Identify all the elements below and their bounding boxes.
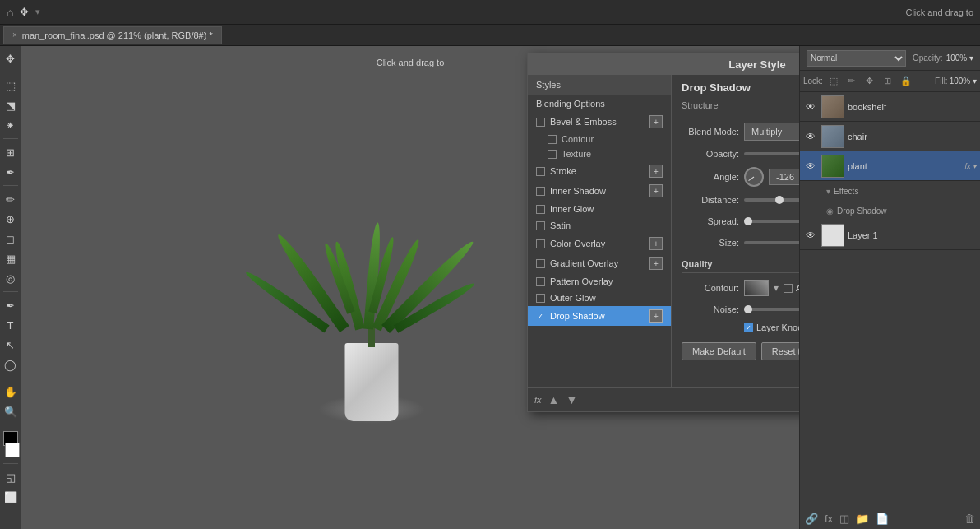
layer-item-layer1[interactable]: 👁 Layer 1 <box>800 220 980 250</box>
layer-knocks-label[interactable]: Layer Knocks Out Drop Shadow <box>744 323 799 332</box>
hand-tool-btn[interactable]: ✋ <box>2 383 20 401</box>
zoom-tool-btn[interactable]: 🔍 <box>2 402 20 420</box>
drop-shadow-add-btn[interactable]: + <box>649 309 663 323</box>
satin-checkbox[interactable] <box>536 221 545 230</box>
inner-shadow-add-btn[interactable]: + <box>649 184 663 197</box>
stroke-checkbox[interactable] <box>536 167 545 176</box>
lock-artboard-icon[interactable]: ⊞ <box>881 74 895 89</box>
marquee-tool-btn[interactable]: ⬚ <box>2 77 20 95</box>
noise-slider-thumb[interactable] <box>744 305 752 313</box>
distance-slider[interactable] <box>744 198 799 202</box>
chair-visibility-icon[interactable]: 👁 <box>803 129 818 144</box>
lock-image-icon[interactable]: ✏ <box>844 74 859 89</box>
delete-layer-icon[interactable]: 🗑 <box>964 513 975 525</box>
link-icon[interactable]: 🔗 <box>805 513 818 525</box>
reset-default-btn[interactable]: Reset to Default <box>761 342 799 360</box>
bevel-add-btn[interactable]: + <box>649 115 663 128</box>
clone-stamp-btn[interactable]: ⊕ <box>2 210 20 228</box>
contour-arrow[interactable]: ▾ <box>774 282 779 294</box>
spread-slider-thumb[interactable] <box>744 217 752 225</box>
stroke-add-btn[interactable]: + <box>649 165 663 178</box>
screen-mode-btn[interactable]: ⬜ <box>2 488 20 506</box>
path-select-btn[interactable]: ↖ <box>2 336 20 354</box>
type-tool-btn[interactable]: T <box>2 316 20 334</box>
move-up-icon[interactable]: ▲ <box>548 393 560 406</box>
shape-tool-btn[interactable]: ◯ <box>2 355 20 374</box>
outer-glow-item[interactable]: Outer Glow <box>528 290 671 306</box>
new-layer-icon[interactable]: 📄 <box>876 513 889 525</box>
satin-item[interactable]: Satin <box>528 217 671 234</box>
inner-glow-checkbox[interactable] <box>536 205 545 214</box>
eyedropper-btn[interactable]: ✒ <box>2 163 20 181</box>
noise-slider[interactable] <box>744 308 799 311</box>
effects-item[interactable]: ▾ Effects <box>823 181 980 201</box>
layer-item-bookshelf[interactable]: 👁 bookshelf <box>800 92 980 122</box>
canvas-plant-container <box>281 140 462 436</box>
move-tool-btn[interactable]: ✥ <box>2 49 20 67</box>
contour-checkbox[interactable] <box>548 135 557 144</box>
layer1-visibility-icon[interactable]: 👁 <box>803 228 818 243</box>
move-down-icon[interactable]: ▼ <box>566 393 577 406</box>
outer-glow-checkbox[interactable] <box>536 294 545 303</box>
move-tool-icon[interactable]: ✥ <box>20 6 29 18</box>
document-tab[interactable]: × man_room_final.psd @ 211% (plant, RGB/… <box>3 26 222 44</box>
angle-input[interactable] <box>769 169 799 185</box>
lock-position-icon[interactable]: ✥ <box>862 74 877 89</box>
bookshelf-visibility-icon[interactable]: 👁 <box>803 100 818 114</box>
color-overlay-add-btn[interactable]: + <box>649 237 663 250</box>
layer-blend-mode-select[interactable]: Normal Multiply Screen <box>807 50 906 67</box>
plant-visibility-icon[interactable]: 👁 <box>803 159 818 174</box>
brush-tool-btn[interactable]: ✏ <box>2 190 20 208</box>
anti-aliased-label[interactable]: Anti-aliased <box>784 283 799 293</box>
gradient-tool-btn[interactable]: ▦ <box>2 249 20 267</box>
texture-checkbox[interactable] <box>548 150 557 159</box>
add-mask-icon[interactable]: ◫ <box>839 513 849 525</box>
magic-wand-btn[interactable]: ⁕ <box>2 116 20 134</box>
opacity-slider[interactable] <box>744 152 799 155</box>
contour-item[interactable]: Contour <box>528 132 671 146</box>
opacity-row: Opacity: 100% ▾ <box>913 53 973 63</box>
gradient-overlay-checkbox[interactable] <box>536 259 545 268</box>
lock-transparent-icon[interactable]: ⬚ <box>826 74 841 89</box>
gradient-overlay-item[interactable]: Gradient Overlay + <box>528 253 671 273</box>
anti-aliased-checkbox[interactable] <box>784 284 793 293</box>
layer-item-chair[interactable]: 👁 chair <box>800 122 980 151</box>
blend-mode-select[interactable]: Multiply Normal Screen Overlay <box>744 123 799 141</box>
drop-shadow-item[interactable]: Drop Shadow + <box>528 306 671 326</box>
inner-shadow-checkbox[interactable] <box>536 187 545 196</box>
bevel-checkbox[interactable] <box>536 118 545 127</box>
blur-tool-btn[interactable]: ◎ <box>2 269 20 287</box>
drop-shadow-checkbox[interactable] <box>536 312 545 321</box>
crop-tool-btn[interactable]: ⊞ <box>2 143 20 161</box>
pattern-overlay-checkbox[interactable] <box>536 277 545 286</box>
add-style-icon[interactable]: fx <box>825 513 833 525</box>
lock-all-icon[interactable]: 🔒 <box>899 74 913 89</box>
stroke-item[interactable]: Stroke + <box>528 161 671 181</box>
distance-slider-thumb[interactable] <box>775 196 784 204</box>
angle-wheel[interactable] <box>744 167 764 187</box>
blending-options-item[interactable]: Blending Options <box>528 95 671 112</box>
pen-tool-btn[interactable]: ✒ <box>2 296 20 314</box>
inner-glow-item[interactable]: Inner Glow <box>528 201 671 217</box>
lasso-tool-btn[interactable]: ⬔ <box>2 96 20 114</box>
drop-shadow-effect-item[interactable]: ◉ Drop Shadow <box>823 201 980 220</box>
layer-knocks-checkbox[interactable] <box>744 323 753 332</box>
spread-slider[interactable] <box>744 220 799 223</box>
background-color[interactable] <box>5 443 20 457</box>
home-icon[interactable]: ⌂ <box>7 6 13 19</box>
eraser-tool-btn[interactable]: ◻ <box>2 230 20 248</box>
tab-close-btn[interactable]: × <box>12 30 17 39</box>
inner-shadow-item[interactable]: Inner Shadow + <box>528 181 671 201</box>
gradient-overlay-add-btn[interactable]: + <box>649 257 663 270</box>
color-overlay-item[interactable]: Color Overlay + <box>528 234 671 253</box>
texture-item[interactable]: Texture <box>528 146 671 161</box>
bevel-item[interactable]: Bevel & Emboss + <box>528 112 671 132</box>
pattern-overlay-item[interactable]: Pattern Overlay <box>528 273 671 290</box>
new-group-icon[interactable]: 📁 <box>856 513 869 525</box>
make-default-btn[interactable]: Make Default <box>682 342 756 360</box>
contour-swatch[interactable] <box>744 280 769 296</box>
color-overlay-checkbox[interactable] <box>536 239 545 248</box>
quick-mask-btn[interactable]: ◱ <box>2 468 20 486</box>
size-slider[interactable] <box>744 241 799 244</box>
layer-item-plant[interactable]: 👁 plant fx ▾ <box>800 151 980 181</box>
